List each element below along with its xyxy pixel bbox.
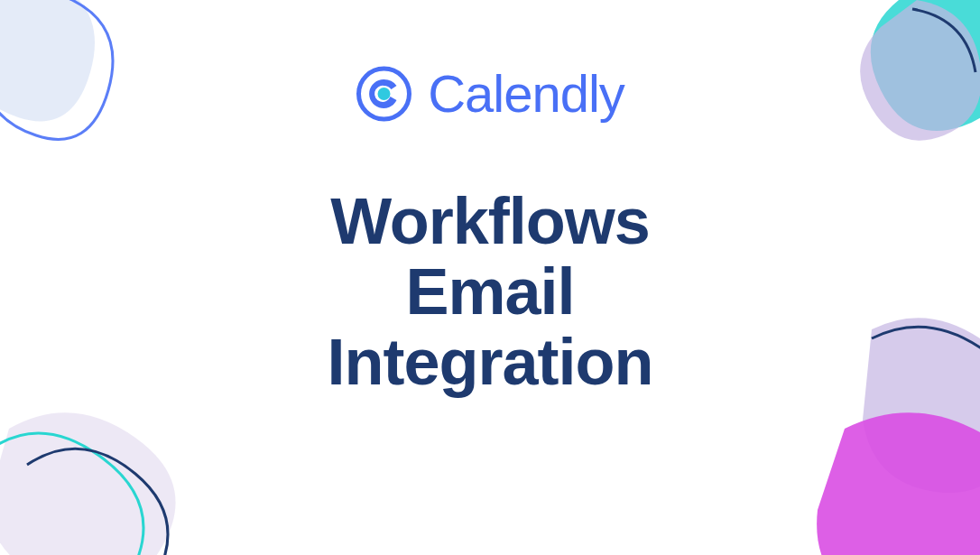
main-content: Calendly Workflows Email Integration — [245, 63, 735, 397]
decoration-top-right — [827, 0, 980, 199]
decoration-bottom-left — [0, 356, 199, 555]
brand-name: Calendly — [428, 63, 624, 124]
decoration-bottom-right — [790, 293, 980, 555]
headline-line-2: Integration — [328, 326, 653, 398]
calendly-logo-icon — [356, 66, 411, 122]
decoration-top-left — [0, 0, 162, 217]
headline-line-1: Workflows Email — [330, 185, 650, 328]
svg-point-1 — [377, 88, 390, 100]
brand-logo: Calendly — [245, 63, 735, 124]
page-title: Workflows Email Integration — [245, 187, 735, 397]
